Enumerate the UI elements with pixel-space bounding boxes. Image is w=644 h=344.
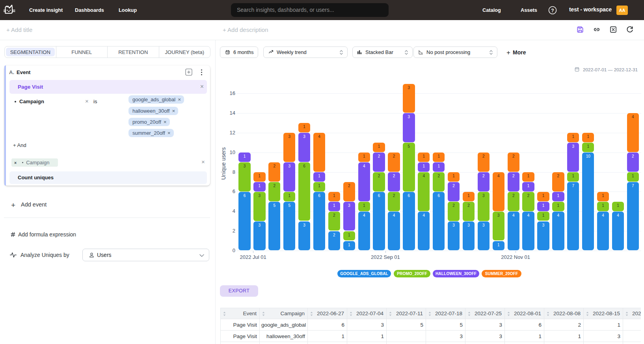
svg-text:?: ? — [551, 8, 554, 13]
